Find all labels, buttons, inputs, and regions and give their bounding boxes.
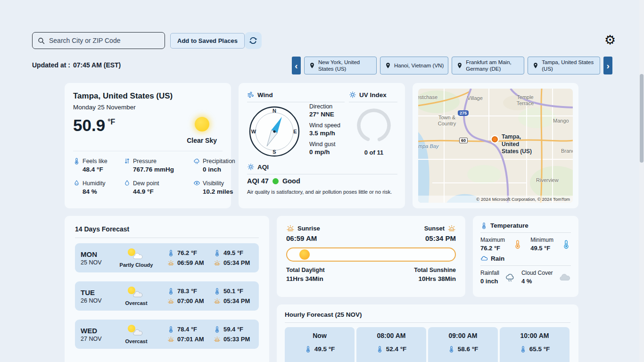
forecast-day: MON <box>81 250 112 258</box>
hourly-column-now[interactable]: Now 49.5 °F <box>285 327 355 362</box>
forecast-row-wednesday[interactable]: WED 27 NOV Overcast 78.4 °F 07:01 AM 59.… <box>75 320 259 349</box>
map-place-label: Riverview <box>536 177 559 183</box>
map[interactable]: 275 60 estchase Village Temple Terrace T… <box>418 89 573 203</box>
stat-visibility: Visibility 10.2 miles <box>193 180 235 195</box>
forecast-sunset: 05:34 PM <box>223 297 250 304</box>
uv-title: UV Index <box>359 91 387 99</box>
stat-dew-point: Dew point 44.9 °F <box>124 180 193 195</box>
overcast-icon <box>126 325 146 338</box>
stat-label: Visibility <box>203 180 224 187</box>
thermometer-icon <box>167 326 174 333</box>
saved-place-chip-new-york[interactable]: New York, United States (US) <box>304 57 377 74</box>
updated-at: Updated at :07:45 AM (EST) <box>32 61 121 69</box>
compass-west-label: W <box>251 129 256 134</box>
carousel-right-button[interactable]: › <box>603 57 612 74</box>
current-weather-card: Tampa, United States (US) Monday 25 Nove… <box>65 83 231 208</box>
sunset-icon <box>214 336 221 343</box>
hourly-column-10am[interactable]: 10:00 AM 65.5 °F <box>500 327 570 362</box>
wind-direction-value: 27° NNE <box>309 111 340 118</box>
sunrise-label: Sunrise <box>297 225 320 232</box>
divider <box>75 238 259 238</box>
wind-direction: Direction 27° NNE <box>309 103 340 118</box>
search-input[interactable] <box>49 37 160 44</box>
forecast-low: 59.4 °F <box>223 326 243 333</box>
map-marker[interactable] <box>492 136 498 142</box>
forecast-row-monday[interactable]: MON 25 NOV Partly Cloudy 76.2 °F 06:59 A… <box>75 243 259 272</box>
forecast-condition: Partly Cloudy <box>112 262 161 268</box>
forecast-day: WED <box>81 327 112 335</box>
rainfall-label: Rainfall <box>480 270 499 276</box>
min-thermometer-icon <box>561 239 571 249</box>
stat-feels-like: Feels like 48.4 °F <box>73 157 124 173</box>
add-to-saved-places-button[interactable]: Add to Saved Places <box>170 33 245 49</box>
stat-value: 44.9 °F <box>133 188 193 195</box>
settings-button[interactable]: ⚙ <box>602 31 619 49</box>
cloud-cover: Cloud Cover 4 % <box>521 270 553 285</box>
hourly-forecast-card: Hourly Forecast (25 NOV) Now 49.5 °F 08:… <box>277 304 578 362</box>
rain-title: Rain <box>491 255 504 262</box>
forecast-high: 78.4 °F <box>177 326 197 333</box>
compass-south-label: S <box>272 149 276 155</box>
cloud-cover-value: 4 % <box>521 278 553 285</box>
divider <box>349 102 397 102</box>
thermometer-icon <box>167 249 174 256</box>
hourly-temp: 58.6 °F <box>458 346 479 353</box>
temperature-title: Temperature <box>490 222 528 229</box>
saved-place-label: New York, United States (US) <box>318 59 372 73</box>
aqi-title: AQI <box>257 164 269 171</box>
compass-north-label: N <box>272 108 276 114</box>
max-label: Maximum <box>480 237 505 243</box>
forecast-date: 25 NOV <box>81 259 112 266</box>
stat-label: Precipitation <box>203 158 235 165</box>
min-temperature: Minimum 49.5 °F <box>530 237 553 252</box>
wind-uv-aqi-card: Wind UV Index N E S W Direction 27° NNE … <box>239 83 405 208</box>
saved-place-chip-frankfurt[interactable]: Frankfurt am Main, Germany (DE) <box>452 57 524 74</box>
saved-place-label: Hanoi, Vietnam (VN) <box>394 62 444 69</box>
aqi-icon <box>247 163 255 171</box>
precipitation-icon <box>193 157 200 165</box>
location-pin-icon <box>385 62 391 69</box>
map-place-label: Town & Country <box>433 115 461 127</box>
thermometer-icon <box>214 326 221 333</box>
route-shield-60: 60 <box>459 138 468 143</box>
gear-icon: ⚙ <box>604 33 616 47</box>
cloud-cover-label: Cloud Cover <box>521 270 553 276</box>
forecast-sunrise: 07:01 AM <box>177 336 204 343</box>
max-value: 76.2 °F <box>480 245 505 252</box>
map-card: 275 60 estchase Village Temple Terrace T… <box>413 83 578 208</box>
current-date: Monday 25 November <box>73 104 223 111</box>
rain-cloud-icon <box>480 255 488 262</box>
rainfall-value: 0 inch <box>480 278 499 285</box>
forecast-day: TUE <box>81 288 112 296</box>
saved-place-label: Tampa, United States (US) <box>542 59 595 73</box>
forecast-row-tuesday[interactable]: TUE 26 NOV Overcast 78.3 °F 07:00 AM 50.… <box>75 281 259 311</box>
search-box[interactable] <box>32 32 165 49</box>
stat-value: 10.2 miles <box>203 188 235 195</box>
thermometer-icon <box>448 346 455 353</box>
saved-place-chip-tampa[interactable]: Tampa, United States (US) <box>528 57 600 74</box>
map-water-label: mpa Bay <box>418 143 438 149</box>
visibility-icon <box>193 180 200 187</box>
aqi-status-dot <box>272 178 279 184</box>
thermometer-icon <box>214 288 221 295</box>
wind-speed-value: 3.5 mp/h <box>309 130 340 137</box>
hourly-column-9am[interactable]: 09:00 AM 58.6 °F <box>428 327 498 362</box>
saved-place-chip-hanoi[interactable]: Hanoi, Vietnam (VN) <box>380 57 448 74</box>
divider <box>480 232 571 233</box>
stat-precipitation: Precipitation 0 inch <box>193 157 235 173</box>
sunset-icon <box>447 224 456 232</box>
hourly-title: Hourly Forecast (25 NOV) <box>285 311 570 318</box>
scrollbar-track[interactable] <box>639 0 644 362</box>
wind-gust-label: Wind gust <box>309 141 340 148</box>
hourly-column-8am[interactable]: 08:00 AM 52.4 °F <box>356 327 426 362</box>
scrollbar-thumb[interactable] <box>640 74 644 163</box>
current-temperature: 50.9 °F <box>73 117 115 144</box>
carousel-left-button[interactable]: ‹ <box>292 57 301 74</box>
partly-cloudy-icon <box>126 248 146 262</box>
stat-humidity: Humidity 84 % <box>73 180 124 195</box>
wind-speed-label: Wind speed <box>309 122 340 129</box>
sunrise-icon <box>167 297 174 304</box>
forecast-low: 49.5 °F <box>223 249 243 256</box>
refresh-button[interactable] <box>245 32 262 49</box>
forecast-sunset: 05:34 PM <box>223 259 250 266</box>
